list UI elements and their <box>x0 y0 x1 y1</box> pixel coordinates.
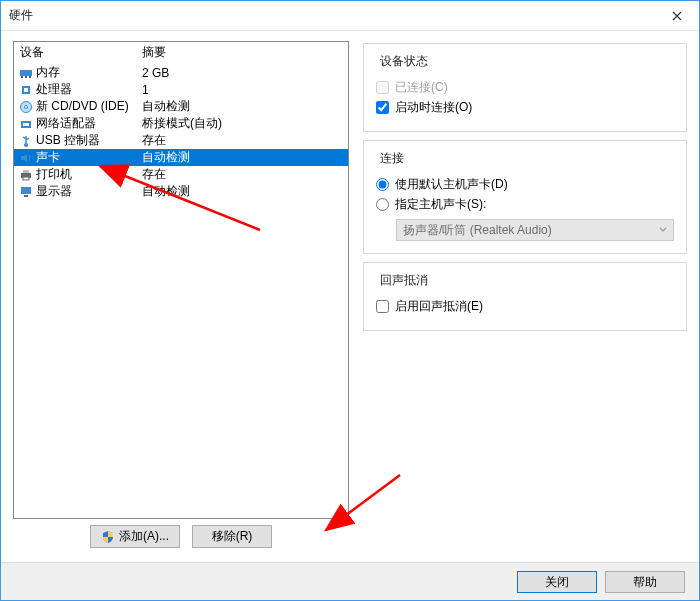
device-row-nic[interactable]: 网络适配器桥接模式(自动) <box>14 115 348 132</box>
device-summary: 自动检测 <box>142 149 348 166</box>
left-column: 设备 摘要 内存2 GB处理器1新 CD/DVD (IDE)自动检测网络适配器桥… <box>13 41 349 554</box>
device-name: 内存 <box>36 64 142 81</box>
usb-icon <box>18 133 34 149</box>
hardware-dialog: 硬件 设备 摘要 内存2 GB处理器1新 CD/DVD (IDE)自动检测网络适… <box>0 0 700 601</box>
device-summary: 1 <box>142 83 348 97</box>
connected-checkbox <box>376 81 389 94</box>
printer-icon <box>18 167 34 183</box>
header-device: 设备 <box>18 44 142 61</box>
disc-icon <box>18 99 34 115</box>
right-column: 设备状态 已连接(C) 启动时连接(O) 连接 使用默认主机声卡(D) <box>363 41 687 554</box>
svg-point-7 <box>25 105 28 108</box>
device-row-disc[interactable]: 新 CD/DVD (IDE)自动检测 <box>14 98 348 115</box>
svg-rect-0 <box>20 70 32 76</box>
svg-rect-14 <box>21 187 31 194</box>
svg-rect-13 <box>23 177 29 180</box>
svg-rect-2 <box>25 76 27 78</box>
svg-rect-1 <box>21 76 23 78</box>
specify-host-label: 指定主机声卡(S): <box>395 196 486 213</box>
device-name: 显示器 <box>36 183 142 200</box>
remove-button[interactable]: 移除(R) <box>192 525 272 548</box>
close-icon <box>672 11 682 21</box>
device-name: 新 CD/DVD (IDE) <box>36 98 142 115</box>
cpu-icon <box>18 82 34 98</box>
svg-rect-9 <box>23 123 29 126</box>
device-summary: 自动检测 <box>142 183 348 200</box>
uac-shield-icon <box>101 530 115 544</box>
device-summary: 存在 <box>142 166 348 183</box>
connect-at-power-checkbox[interactable] <box>376 101 389 114</box>
sound-icon <box>18 150 34 166</box>
device-summary: 自动检测 <box>142 98 348 115</box>
device-name: 处理器 <box>36 81 142 98</box>
titlebar: 硬件 <box>1 1 699 31</box>
device-list-buttons: 添加(A)... 移除(R) <box>13 519 349 554</box>
device-name: 打印机 <box>36 166 142 183</box>
specify-host-radio[interactable] <box>376 198 389 211</box>
device-status-group: 设备状态 已连接(C) 启动时连接(O) <box>363 43 687 132</box>
add-button[interactable]: 添加(A)... <box>90 525 180 548</box>
dialog-body: 设备 摘要 内存2 GB处理器1新 CD/DVD (IDE)自动检测网络适配器桥… <box>1 31 699 562</box>
default-host-label: 使用默认主机声卡(D) <box>395 176 508 193</box>
header-summary: 摘要 <box>142 44 348 61</box>
dialog-footer: 关闭 帮助 <box>1 562 699 600</box>
default-host-radio[interactable] <box>376 178 389 191</box>
connected-label: 已连接(C) <box>395 79 448 96</box>
device-summary: 2 GB <box>142 66 348 80</box>
device-name: USB 控制器 <box>36 132 142 149</box>
host-soundcard-select: 扬声器/听筒 (Realtek Audio) <box>396 219 674 241</box>
echo-cancel-title: 回声抵消 <box>376 272 432 289</box>
device-name: 网络适配器 <box>36 115 142 132</box>
svg-rect-3 <box>29 76 31 78</box>
svg-rect-5 <box>24 88 28 92</box>
connect-at-power-label: 启动时连接(O) <box>395 99 472 116</box>
connected-checkbox-row: 已连接(C) <box>376 79 674 96</box>
device-status-title: 设备状态 <box>376 53 432 70</box>
device-summary: 桥接模式(自动) <box>142 115 348 132</box>
device-rows: 内存2 GB处理器1新 CD/DVD (IDE)自动检测网络适配器桥接模式(自动… <box>14 64 348 518</box>
connect-at-power-row[interactable]: 启动时连接(O) <box>376 99 674 116</box>
device-row-usb[interactable]: USB 控制器存在 <box>14 132 348 149</box>
remove-button-label: 移除(R) <box>212 528 253 545</box>
specify-host-row[interactable]: 指定主机声卡(S): <box>376 196 674 213</box>
device-name: 声卡 <box>36 149 142 166</box>
svg-rect-12 <box>23 170 29 173</box>
display-icon <box>18 184 34 200</box>
device-summary: 存在 <box>142 132 348 149</box>
device-row-cpu[interactable]: 处理器1 <box>14 81 348 98</box>
memory-icon <box>18 65 34 81</box>
chevron-down-icon <box>659 223 667 237</box>
close-button[interactable] <box>655 1 699 30</box>
close-dialog-button[interactable]: 关闭 <box>517 571 597 593</box>
device-row-printer[interactable]: 打印机存在 <box>14 166 348 183</box>
help-button[interactable]: 帮助 <box>605 571 685 593</box>
echo-cancel-group: 回声抵消 启用回声抵消(E) <box>363 262 687 331</box>
device-list[interactable]: 设备 摘要 内存2 GB处理器1新 CD/DVD (IDE)自动检测网络适配器桥… <box>13 41 349 519</box>
window-title: 硬件 <box>9 7 655 24</box>
echo-enable-row[interactable]: 启用回声抵消(E) <box>376 298 674 315</box>
host-soundcard-value: 扬声器/听筒 (Realtek Audio) <box>403 222 552 239</box>
device-row-sound[interactable]: 声卡自动检测 <box>14 149 348 166</box>
svg-rect-15 <box>24 195 28 197</box>
device-row-memory[interactable]: 内存2 GB <box>14 64 348 81</box>
echo-enable-label: 启用回声抵消(E) <box>395 298 483 315</box>
add-button-label: 添加(A)... <box>119 528 169 545</box>
connection-group: 连接 使用默认主机声卡(D) 指定主机声卡(S): 扬声器/听筒 (Realte… <box>363 140 687 254</box>
nic-icon <box>18 116 34 132</box>
device-list-header: 设备 摘要 <box>14 42 348 64</box>
connection-title: 连接 <box>376 150 408 167</box>
default-host-row[interactable]: 使用默认主机声卡(D) <box>376 176 674 193</box>
device-row-display[interactable]: 显示器自动检测 <box>14 183 348 200</box>
echo-enable-checkbox[interactable] <box>376 300 389 313</box>
